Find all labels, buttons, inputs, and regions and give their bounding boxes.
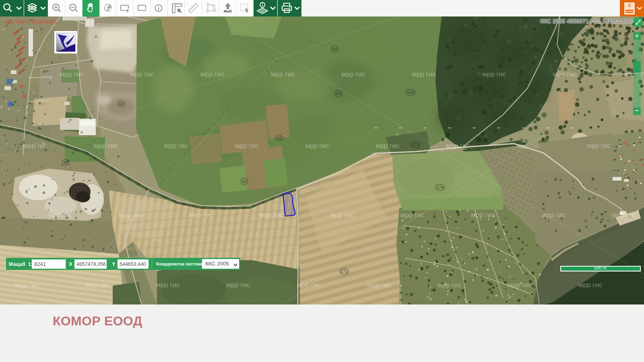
- svg-text:мрр гис: мрр гис: [48, 211, 72, 219]
- svg-text:мрр гис: мрр гис: [130, 70, 154, 78]
- svg-text:ККС 2005 4858071,752, 546605,9: ККС 2005 4858071,752, 546605,946: [540, 18, 632, 24]
- svg-text:мрр гис: мрр гис: [587, 142, 611, 150]
- svg-text:168: 168: [407, 90, 414, 95]
- svg-text:мрр гис: мрр гис: [305, 142, 329, 150]
- svg-text:мрр гис: мрр гис: [94, 142, 118, 150]
- svg-text:60: 60: [119, 102, 124, 107]
- svg-text:мрр гис: мрр гис: [612, 211, 636, 219]
- svg-text:мрр гис: мрр гис: [446, 142, 470, 150]
- svg-text:мрр гис: мрр гис: [235, 142, 259, 150]
- svg-text:мрр гис: мрр гис: [271, 70, 295, 78]
- svg-text:мрр гис: мрр гис: [376, 142, 400, 150]
- svg-text:мрр гис: мрр гис: [156, 281, 180, 289]
- svg-text:мрр гис: мрр гис: [482, 70, 506, 78]
- svg-text:171: 171: [341, 269, 348, 274]
- svg-text:мрр гис: мрр гис: [200, 70, 225, 78]
- svg-text:мрр гис: мрр гис: [60, 70, 84, 78]
- svg-text:мрр гис: мрр гис: [164, 142, 188, 150]
- svg-text:Map Tiles © 2023 НРРБ: Map Tiles © 2023 НРРБ: [5, 19, 57, 25]
- svg-text:мрр гис: мрр гис: [260, 211, 284, 219]
- svg-text:мрр гис: мрр гис: [119, 211, 143, 219]
- svg-text:мрр гис: мрр гис: [438, 281, 462, 289]
- svg-text:мрр гис: мрр гис: [226, 281, 250, 289]
- svg-text:64: 64: [332, 47, 337, 51]
- svg-text:мрр гис: мрр гис: [412, 70, 436, 78]
- svg-text:38: 38: [63, 160, 68, 165]
- svg-text:мрр гис: мрр гис: [23, 142, 47, 150]
- svg-text:мрр гис: мрр гис: [471, 211, 495, 219]
- svg-text:мрр гис: мрр гис: [508, 281, 532, 289]
- svg-text:174: 174: [436, 185, 444, 190]
- svg-text:мрр гис: мрр гис: [578, 281, 603, 289]
- svg-text:мрр гис: мрр гис: [367, 281, 391, 289]
- svg-text:мрр гис: мрр гис: [400, 211, 425, 219]
- svg-text:мрр гис: мрр гис: [15, 281, 39, 289]
- svg-text:мрр гис: мрр гис: [330, 211, 354, 219]
- svg-text:62: 62: [277, 136, 281, 140]
- svg-text:мрр гис: мрр гис: [85, 281, 109, 289]
- svg-text:мрр гис: мрр гис: [297, 281, 321, 289]
- svg-text:мрр гис: мрр гис: [541, 211, 566, 219]
- svg-text:мрр гис: мрр гис: [341, 70, 365, 78]
- svg-text:мрр гис: мрр гис: [189, 211, 213, 219]
- svg-text:мрр гис: мрр гис: [553, 70, 577, 78]
- svg-text:205: 205: [474, 86, 481, 91]
- svg-text:176: 176: [412, 142, 419, 147]
- svg-text:61: 61: [242, 179, 247, 184]
- svg-text:63: 63: [336, 91, 341, 96]
- svg-text:мрр гис: мрр гис: [516, 142, 541, 150]
